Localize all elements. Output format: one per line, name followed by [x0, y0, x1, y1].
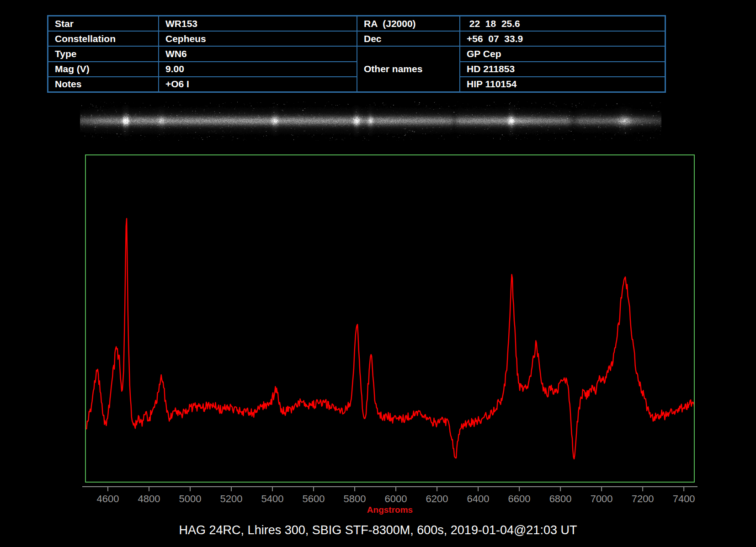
x-tick-label: 6000	[385, 493, 407, 505]
table-label-other-names: Other names	[357, 47, 459, 91]
x-tick-label: 4600	[96, 493, 119, 505]
table-value-star: WR153	[159, 16, 357, 31]
x-tick-label: 5800	[344, 493, 366, 505]
x-tick-label: 5200	[220, 493, 243, 505]
x-tick-label: 6600	[508, 493, 531, 505]
x-axis: 4600480050005200540056005800600062006400…	[78, 483, 704, 505]
spectrum-line	[86, 218, 694, 459]
x-tick-label: 5000	[179, 493, 202, 505]
x-tick-label: 7400	[673, 493, 695, 505]
table-value-other-name-2: HD 211853	[460, 62, 665, 76]
table-value-mag: 9.00	[159, 62, 357, 76]
table-label-notes: Notes	[48, 77, 158, 91]
x-tick-label: 4800	[138, 493, 160, 505]
table-value-type: WN6	[159, 47, 357, 61]
table-label-dec: Dec	[357, 32, 459, 46]
caption: HAG 24RC, Lhires 300, SBIG STF-8300M, 60…	[0, 523, 756, 537]
table-label-mag: Mag (V)	[48, 62, 158, 76]
spectrum-plot-area	[85, 154, 695, 483]
table-label-star: Star	[48, 16, 158, 31]
x-tick-label: 6200	[426, 493, 448, 505]
x-axis-title: Angstroms	[85, 505, 695, 515]
table-value-ra: 22 18 25.6	[460, 16, 665, 31]
table-label-constellation: Constellation	[48, 32, 158, 46]
x-tick-label: 7000	[591, 493, 613, 505]
table-value-notes: +O6 I	[159, 77, 357, 91]
table-value-other-name-1: GP Cep	[460, 47, 665, 61]
spectrum-report-page: Star WR153 RA (J2000) 22 18 25.6 Constel…	[0, 0, 756, 547]
raw-spectrum-strip-image	[80, 101, 661, 141]
x-tick-label: 5600	[303, 493, 325, 505]
table-label-type: Type	[48, 47, 158, 61]
x-tick-label: 6800	[549, 493, 572, 505]
x-tick-label: 5400	[261, 493, 284, 505]
star-info-table: Star WR153 RA (J2000) 22 18 25.6 Constel…	[47, 15, 666, 93]
x-tick-label: 6400	[467, 493, 490, 505]
table-label-ra: RA (J2000)	[357, 16, 459, 31]
x-tick-label: 7200	[632, 493, 654, 505]
table-value-constellation: Cepheus	[159, 32, 357, 46]
table-value-dec: +56 07 33.9	[460, 32, 665, 46]
spectrum-trace-plot	[86, 155, 694, 482]
table-value-other-name-3: HIP 110154	[460, 77, 665, 91]
